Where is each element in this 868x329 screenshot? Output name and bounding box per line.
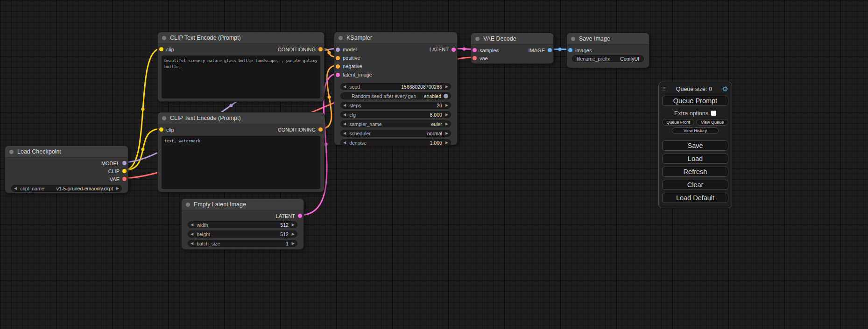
refresh-button[interactable]: Refresh [662,167,728,177]
link-midpoint-dot[interactable] [141,148,145,151]
output-slot-latent[interactable]: LATENT [276,212,303,220]
increment-arrow-icon[interactable]: ▶ [445,113,448,117]
input-slot-latent-image[interactable]: latent_image [334,70,372,79]
clip-slot-dot[interactable] [159,47,163,51]
output-slot-model[interactable]: MODEL [101,159,128,167]
input-slot-vae[interactable]: vae [471,54,488,62]
widget-ckpt-name[interactable]: ◀ ckpt_name v1-5-pruned-emaonly.ckpt ▶ [11,185,122,192]
collapse-dot-icon[interactable] [162,36,166,40]
decrement-arrow-icon[interactable]: ◀ [343,104,346,107]
output-slot-conditioning[interactable]: CONDITIONING [278,45,324,53]
conditioning-slot-dot[interactable] [318,127,323,132]
node-load-checkpoint[interactable]: Load Checkpoint MODEL CLIP VAE [5,146,128,193]
clear-button[interactable]: Clear [662,180,728,190]
decrement-arrow-icon[interactable]: ◀ [343,141,346,145]
settings-gear-icon[interactable]: ⚙ [722,86,728,93]
latent-slot-dot[interactable] [336,73,340,77]
widget-scheduler[interactable]: ◀ scheduler normal ▶ [340,130,451,137]
increment-arrow-icon[interactable]: ▶ [445,122,448,126]
node-titlebar[interactable]: Load Checkpoint [5,146,128,158]
latent-slot-dot[interactable] [473,48,477,52]
output-slot-latent[interactable]: LATENT [430,45,457,54]
output-slot-clip[interactable]: CLIP [108,167,128,175]
conditioning-slot-dot[interactable] [336,56,340,60]
input-slot-clip[interactable]: clip [158,126,174,133]
node-titlebar[interactable]: Empty Latent Image [182,199,303,210]
increment-arrow-icon[interactable]: ▶ [292,242,295,245]
queue-front-button[interactable]: Queue Front [662,119,694,126]
node-empty-latent-image[interactable]: Empty Latent Image LATENT ◀ width 512 ▶ … [181,198,304,250]
node-clip-text-encode-negative[interactable]: CLIP Text Encode (Prompt) clip CONDITION… [157,112,325,192]
widget-denoise[interactable]: ◀ denoise 1.000 ▶ [340,139,451,146]
increment-arrow-icon[interactable]: ▶ [292,232,295,236]
image-slot-dot[interactable] [568,48,572,52]
view-queue-button[interactable]: View Queue [696,119,728,126]
output-slot-vae[interactable]: VAE [110,175,128,183]
link-midpoint-dot[interactable] [328,96,331,99]
node-titlebar[interactable]: VAE Decode [471,33,553,45]
link-midpoint-dot[interactable] [141,108,145,111]
collapse-dot-icon[interactable] [339,36,343,40]
latent-slot-dot[interactable] [298,214,302,218]
widget-seed[interactable]: ◀ seed 156680208700286 ▶ [340,83,451,90]
negative-prompt-textarea[interactable]: text, watermark [162,136,320,189]
input-slot-negative[interactable]: negative [334,62,362,70]
node-titlebar[interactable]: CLIP Text Encode (Prompt) [158,32,324,44]
image-slot-dot[interactable] [548,48,552,52]
decrement-arrow-icon[interactable]: ◀ [343,122,346,126]
positive-prompt-textarea[interactable]: beautiful scenery nature glass bottle la… [162,56,320,98]
increment-arrow-icon[interactable]: ▶ [445,141,448,145]
vae-slot-dot[interactable] [122,177,127,181]
widget-cfg[interactable]: ◀ cfg 8.000 ▶ [340,111,451,118]
link-midpoint-dot[interactable] [230,104,233,107]
widget-random-seed-toggle[interactable]: Random seed after every gen enabled [340,92,451,99]
load-default-button[interactable]: Load Default [662,193,728,203]
collapse-dot-icon[interactable] [9,150,14,154]
save-button[interactable]: Save [662,140,728,151]
view-history-button[interactable]: View History [672,127,718,134]
widget-width[interactable]: ◀ width 512 ▶ [188,221,297,228]
load-button[interactable]: Load [662,154,728,164]
increment-arrow-icon[interactable]: ▶ [116,187,119,190]
node-ksampler[interactable]: KSampler model positive negative [334,32,458,145]
collapse-dot-icon[interactable] [571,37,575,41]
model-slot-dot[interactable] [336,48,340,52]
decrement-arrow-icon[interactable]: ◀ [14,187,17,190]
collapse-dot-icon[interactable] [162,116,166,120]
link-midpoint-dot[interactable] [463,48,466,51]
input-slot-model[interactable]: model [334,45,357,54]
widget-steps[interactable]: ◀ steps 20 ▶ [340,102,451,109]
output-slot-image[interactable]: IMAGE [529,46,553,54]
collapse-dot-icon[interactable] [475,37,480,41]
increment-arrow-icon[interactable]: ▶ [445,85,448,89]
link-midpoint-dot[interactable] [325,143,328,146]
input-slot-positive[interactable]: positive [334,54,360,62]
clip-slot-dot[interactable] [122,169,127,173]
input-slot-images[interactable]: images [567,46,592,54]
decrement-arrow-icon[interactable]: ◀ [343,113,346,117]
latent-slot-dot[interactable] [452,48,456,52]
extra-options-checkbox[interactable] [711,111,716,116]
node-clip-text-encode-positive[interactable]: CLIP Text Encode (Prompt) clip CONDITION… [157,32,325,102]
toggle-knob-icon[interactable] [444,94,448,98]
widget-filename-prefix[interactable]: filename_prefix ComfyUI [572,55,644,62]
graph-canvas[interactable]: Load Checkpoint MODEL CLIP VAE [0,0,868,329]
link-midpoint-dot[interactable] [328,51,331,55]
input-slot-clip[interactable]: clip [158,45,174,53]
decrement-arrow-icon[interactable]: ◀ [343,85,346,89]
vae-slot-dot[interactable] [473,56,477,60]
node-titlebar[interactable]: CLIP Text Encode (Prompt) [158,112,324,124]
drag-handle-icon[interactable]: ⠿ [662,86,666,92]
increment-arrow-icon[interactable]: ▶ [445,104,448,107]
decrement-arrow-icon[interactable]: ◀ [191,242,193,245]
queue-prompt-button[interactable]: Queue Prompt [662,96,728,106]
input-slot-samples[interactable]: samples [471,46,499,54]
output-slot-conditioning[interactable]: CONDITIONING [278,126,324,133]
decrement-arrow-icon[interactable]: ◀ [191,232,193,236]
increment-arrow-icon[interactable]: ▶ [445,132,448,135]
increment-arrow-icon[interactable]: ▶ [292,223,295,227]
clip-slot-dot[interactable] [159,127,163,132]
model-slot-dot[interactable] [122,161,127,165]
node-save-image[interactable]: Save Image images filename_prefix ComfyU… [566,33,649,68]
node-titlebar[interactable]: KSampler [334,32,457,44]
